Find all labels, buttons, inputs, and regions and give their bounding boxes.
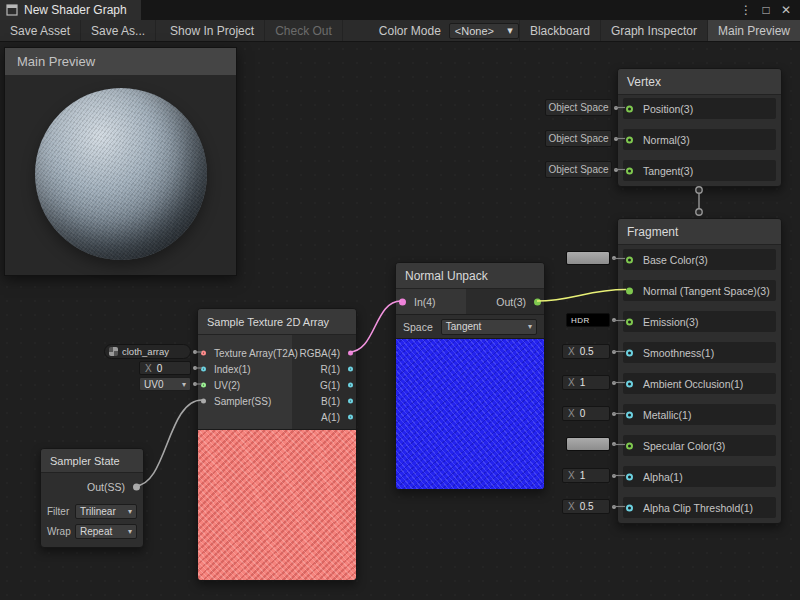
normal-port-icon[interactable] bbox=[626, 136, 633, 143]
close-icon[interactable]: ✕ bbox=[778, 0, 794, 20]
metallic-float-field[interactable]: X 0 bbox=[562, 406, 610, 421]
smoothness-float-field[interactable]: X 0.5 bbox=[562, 344, 610, 359]
b-label: B(1) bbox=[321, 396, 340, 407]
texture-array-object-field[interactable]: cloth_array bbox=[104, 344, 191, 359]
sample-output-a[interactable]: A(1) bbox=[292, 409, 356, 425]
base-color-port-icon[interactable] bbox=[626, 256, 633, 263]
emission-hdr-swatch[interactable]: HDR bbox=[566, 313, 610, 327]
normal-unpack-input-in[interactable]: In(4) bbox=[396, 289, 466, 314]
ambient-occlusion-float-field[interactable]: X 1 bbox=[562, 375, 610, 390]
vertex-input-normal[interactable]: Normal(3) bbox=[623, 129, 776, 150]
r-port-icon[interactable] bbox=[348, 367, 353, 372]
normal-tangent-port-icon[interactable] bbox=[626, 287, 633, 294]
base-color-swatch[interactable] bbox=[566, 251, 610, 265]
sample-input-texture-array[interactable]: Texture Array(T2A) bbox=[198, 345, 292, 361]
space-label: Space bbox=[403, 321, 433, 333]
sample-texture-2d-array-node[interactable]: Sample Texture 2D Array Texture Array(T2… bbox=[197, 308, 357, 581]
metallic-label: Metallic(1) bbox=[643, 409, 691, 421]
sample-input-uv[interactable]: UV(2) bbox=[198, 377, 292, 393]
sample-node-preview-texture bbox=[198, 430, 356, 580]
normal-unpack-header[interactable]: Normal Unpack bbox=[396, 263, 544, 289]
sampler-port-icon[interactable] bbox=[201, 399, 206, 404]
fragment-node-header[interactable]: Fragment bbox=[618, 219, 781, 245]
uv-label: UV(2) bbox=[214, 380, 240, 391]
texture-array-port-icon[interactable] bbox=[201, 351, 206, 356]
save-asset-button[interactable]: Save Asset bbox=[0, 20, 81, 41]
sample-output-g[interactable]: G(1) bbox=[292, 377, 356, 393]
fragment-node[interactable]: Fragment Base Color(3) Normal (Tangent S… bbox=[617, 218, 782, 524]
vertex-input-tangent[interactable]: Tangent(3) bbox=[623, 160, 776, 181]
uv-port-icon[interactable] bbox=[201, 383, 206, 388]
wrap-dropdown[interactable]: Repeat ▾ bbox=[75, 524, 137, 539]
sample-output-rgba[interactable]: RGBA(4) bbox=[292, 345, 356, 361]
out-ss-port-icon[interactable] bbox=[133, 484, 140, 491]
blackboard-toggle-button[interactable]: Blackboard bbox=[519, 20, 600, 41]
main-preview-toggle-button[interactable]: Main Preview bbox=[707, 20, 800, 41]
main-preview-window-header[interactable]: Main Preview bbox=[5, 48, 236, 75]
normal-space-dropdown[interactable]: Object Space bbox=[545, 130, 612, 147]
specular-color-port-icon[interactable] bbox=[626, 442, 633, 449]
index-float-field[interactable]: X 0 bbox=[139, 361, 191, 375]
fragment-input-normal-tangent[interactable]: Normal (Tangent Space)(3) bbox=[623, 280, 776, 301]
fragment-input-specular-color[interactable]: Specular Color(3) bbox=[623, 435, 776, 456]
maximize-icon[interactable]: □ bbox=[758, 0, 774, 20]
position-port-icon[interactable] bbox=[626, 105, 633, 112]
color-mode-dropdown[interactable]: <None> ▾ bbox=[449, 23, 519, 39]
emission-port-icon[interactable] bbox=[626, 318, 633, 325]
sample-output-b[interactable]: B(1) bbox=[292, 393, 356, 409]
normal-unpack-space-row: Space Tangent ▾ bbox=[396, 315, 544, 339]
rgba-port-icon[interactable] bbox=[348, 351, 353, 356]
smoothness-label: Smoothness(1) bbox=[643, 347, 714, 359]
alpha-clip-port-icon[interactable] bbox=[626, 504, 633, 511]
tangent-space-dropdown[interactable]: Object Space bbox=[545, 161, 612, 178]
normal-unpack-node[interactable]: Normal Unpack In(4) Out(3) Space Tangent… bbox=[395, 262, 545, 490]
alpha-clip-float-field[interactable]: X 0.5 bbox=[562, 499, 610, 514]
alpha-float-field[interactable]: X 1 bbox=[562, 468, 610, 483]
sampler-state-output[interactable]: Out(SS) bbox=[41, 473, 143, 501]
fragment-input-metallic[interactable]: Metallic(1) bbox=[623, 404, 776, 425]
space-dropdown[interactable]: Tangent ▾ bbox=[441, 319, 537, 335]
metallic-port-icon[interactable] bbox=[626, 411, 633, 418]
show-in-project-button[interactable]: Show In Project bbox=[160, 20, 265, 41]
specular-color-swatch[interactable] bbox=[566, 437, 610, 451]
uv-channel-dropdown[interactable]: UV0 ▾ bbox=[139, 377, 191, 391]
normal-tangent-label: Normal (Tangent Space)(3) bbox=[643, 285, 770, 297]
shader-preview-sphere[interactable] bbox=[35, 88, 207, 260]
a-port-icon[interactable] bbox=[348, 415, 353, 420]
position-space-dropdown[interactable]: Object Space bbox=[545, 99, 612, 116]
vertex-input-position[interactable]: Position(3) bbox=[623, 98, 776, 119]
fragment-input-ambient-occlusion[interactable]: Ambient Occlusion(1) bbox=[623, 373, 776, 394]
tangent-port-icon[interactable] bbox=[626, 167, 633, 174]
smoothness-port-icon[interactable] bbox=[626, 349, 633, 356]
fragment-input-emission[interactable]: Emission(3) bbox=[623, 311, 776, 332]
sampler-state-node[interactable]: Sampler State Out(SS) Filter Trilinear ▾… bbox=[40, 448, 144, 548]
fragment-input-smoothness[interactable]: Smoothness(1) bbox=[623, 342, 776, 363]
index-port-icon[interactable] bbox=[201, 367, 206, 372]
wrap-label: Wrap bbox=[47, 526, 71, 537]
ambient-occlusion-port-icon[interactable] bbox=[626, 380, 633, 387]
fragment-input-alpha[interactable]: Alpha(1) bbox=[623, 466, 776, 487]
filter-dropdown[interactable]: Trilinear ▾ bbox=[75, 504, 137, 519]
vertex-node[interactable]: Vertex Position(3) Normal(3) Tangent(3) bbox=[617, 68, 782, 187]
out-port-icon[interactable] bbox=[534, 298, 541, 305]
sample-output-r[interactable]: R(1) bbox=[292, 361, 356, 377]
save-as-button[interactable]: Save As... bbox=[81, 20, 156, 41]
menu-icon[interactable]: ⋮ bbox=[738, 0, 754, 20]
normal-unpack-output-out[interactable]: Out(3) bbox=[466, 289, 544, 314]
sampler-state-header[interactable]: Sampler State bbox=[41, 449, 143, 473]
fragment-input-base-color[interactable]: Base Color(3) bbox=[623, 249, 776, 270]
toolbar-right-group: Blackboard Graph Inspector Main Preview bbox=[519, 20, 800, 41]
in-port-icon[interactable] bbox=[399, 298, 406, 305]
fragment-input-alpha-clip[interactable]: Alpha Clip Threshold(1) bbox=[623, 497, 776, 518]
b-port-icon[interactable] bbox=[348, 399, 353, 404]
sample-node-header[interactable]: Sample Texture 2D Array bbox=[198, 309, 356, 335]
alpha-port-icon[interactable] bbox=[626, 473, 633, 480]
sample-input-index[interactable]: Index(1) bbox=[198, 361, 292, 377]
vertex-node-header[interactable]: Vertex bbox=[618, 69, 781, 95]
x-label: X bbox=[568, 346, 575, 357]
shader-graph-icon bbox=[6, 4, 18, 16]
sample-input-sampler[interactable]: Sampler(SS) bbox=[198, 393, 292, 409]
g-port-icon[interactable] bbox=[348, 383, 353, 388]
graph-inspector-toggle-button[interactable]: Graph Inspector bbox=[600, 20, 707, 41]
shader-graph-tab[interactable]: New Shader Graph bbox=[0, 0, 141, 20]
